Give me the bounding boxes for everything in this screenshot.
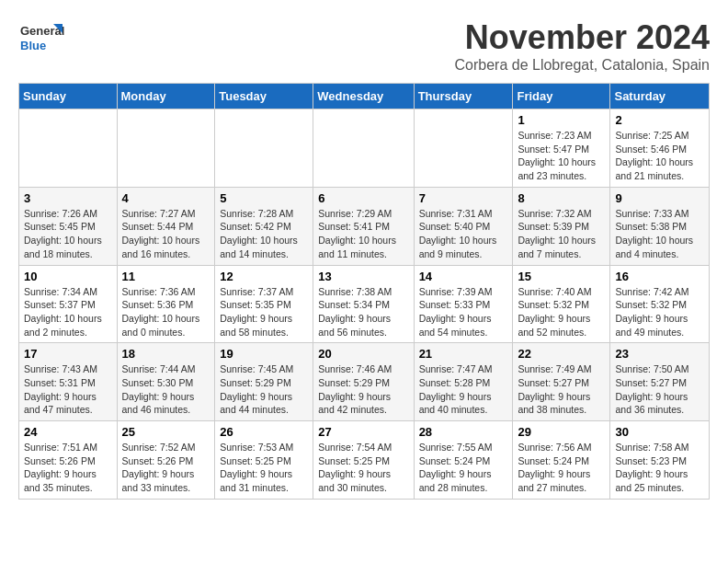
day-cell: 29Sunrise: 7:56 AMSunset: 5:24 PMDayligh… [513, 421, 610, 500]
day-number: 13 [318, 270, 408, 283]
day-cell: 22Sunrise: 7:49 AMSunset: 5:27 PMDayligh… [513, 343, 610, 421]
day-info: Sunrise: 7:33 AMSunset: 5:38 PMDaylight:… [615, 207, 704, 261]
day-info: Sunrise: 7:56 AMSunset: 5:24 PMDaylight:… [518, 441, 605, 495]
day-cell: 4Sunrise: 7:27 AMSunset: 5:44 PMDaylight… [117, 187, 215, 265]
day-number: 3 [24, 191, 112, 205]
day-info: Sunrise: 7:54 AMSunset: 5:25 PMDaylight:… [318, 441, 408, 495]
day-cell: 17Sunrise: 7:43 AMSunset: 5:31 PMDayligh… [19, 343, 118, 421]
day-info: Sunrise: 7:42 AMSunset: 5:32 PMDaylight:… [615, 285, 704, 339]
month-title: November 2024 [454, 18, 710, 57]
day-info: Sunrise: 7:45 AMSunset: 5:29 PMDaylight:… [220, 362, 308, 417]
day-info: Sunrise: 7:36 AMSunset: 5:36 PMDaylight:… [122, 285, 210, 339]
day-cell [414, 109, 513, 188]
day-number: 23 [615, 347, 704, 361]
weekday-header-tuesday: Tuesday [215, 84, 313, 109]
day-info: Sunrise: 7:47 AMSunset: 5:28 PMDaylight:… [419, 362, 508, 417]
day-cell: 25Sunrise: 7:52 AMSunset: 5:26 PMDayligh… [117, 421, 215, 500]
day-info: Sunrise: 7:23 AMSunset: 5:47 PMDaylight:… [518, 129, 605, 183]
logo-svg: General Blue [18, 18, 64, 60]
day-cell: 8Sunrise: 7:32 AMSunset: 5:39 PMDaylight… [513, 187, 610, 265]
week-row-3: 10Sunrise: 7:34 AMSunset: 5:37 PMDayligh… [19, 265, 710, 343]
day-cell: 3Sunrise: 7:26 AMSunset: 5:45 PMDaylight… [19, 187, 118, 265]
day-cell: 18Sunrise: 7:44 AMSunset: 5:30 PMDayligh… [117, 343, 215, 421]
day-number: 8 [518, 191, 605, 205]
day-number: 5 [220, 191, 308, 205]
day-info: Sunrise: 7:26 AMSunset: 5:45 PMDaylight:… [24, 207, 112, 261]
day-number: 15 [518, 270, 605, 283]
day-info: Sunrise: 7:25 AMSunset: 5:46 PMDaylight:… [615, 129, 704, 183]
day-info: Sunrise: 7:29 AMSunset: 5:41 PMDaylight:… [318, 207, 408, 261]
day-number: 4 [122, 191, 210, 205]
day-number: 17 [24, 347, 112, 361]
day-cell: 15Sunrise: 7:40 AMSunset: 5:32 PMDayligh… [513, 265, 610, 343]
day-cell: 9Sunrise: 7:33 AMSunset: 5:38 PMDaylight… [610, 187, 710, 265]
day-cell: 27Sunrise: 7:54 AMSunset: 5:25 PMDayligh… [313, 421, 414, 500]
day-number: 2 [615, 113, 704, 127]
day-info: Sunrise: 7:55 AMSunset: 5:24 PMDaylight:… [419, 441, 508, 495]
day-number: 14 [419, 270, 508, 283]
day-number: 18 [122, 347, 210, 361]
day-cell: 30Sunrise: 7:58 AMSunset: 5:23 PMDayligh… [610, 421, 710, 500]
day-info: Sunrise: 7:43 AMSunset: 5:31 PMDaylight:… [24, 362, 112, 417]
day-number: 11 [122, 270, 210, 283]
day-number: 6 [318, 191, 408, 205]
day-cell: 26Sunrise: 7:53 AMSunset: 5:25 PMDayligh… [215, 421, 313, 500]
day-number: 29 [518, 425, 605, 439]
day-number: 9 [615, 191, 704, 205]
week-row-4: 17Sunrise: 7:43 AMSunset: 5:31 PMDayligh… [19, 343, 710, 421]
weekday-header-friday: Friday [513, 84, 610, 109]
day-number: 30 [615, 425, 704, 439]
logo: General Blue [18, 18, 64, 60]
day-cell: 21Sunrise: 7:47 AMSunset: 5:28 PMDayligh… [414, 343, 513, 421]
day-cell [313, 109, 414, 188]
day-info: Sunrise: 7:28 AMSunset: 5:42 PMDaylight:… [220, 207, 308, 261]
calendar-table: SundayMondayTuesdayWednesdayThursdayFrid… [18, 83, 710, 500]
day-cell: 19Sunrise: 7:45 AMSunset: 5:29 PMDayligh… [215, 343, 313, 421]
day-cell: 24Sunrise: 7:51 AMSunset: 5:26 PMDayligh… [19, 421, 118, 500]
day-cell: 12Sunrise: 7:37 AMSunset: 5:35 PMDayligh… [215, 265, 313, 343]
day-info: Sunrise: 7:49 AMSunset: 5:27 PMDaylight:… [518, 362, 605, 417]
title-section: November 2024 Corbera de Llobregat, Cata… [454, 18, 710, 74]
day-info: Sunrise: 7:37 AMSunset: 5:35 PMDaylight:… [220, 285, 308, 339]
week-row-2: 3Sunrise: 7:26 AMSunset: 5:45 PMDaylight… [19, 187, 710, 265]
svg-text:Blue: Blue [20, 39, 46, 52]
day-cell [117, 109, 215, 188]
day-cell [19, 109, 118, 188]
location-title: Corbera de Llobregat, Catalonia, Spain [454, 57, 710, 74]
weekday-header-saturday: Saturday [610, 84, 710, 109]
day-cell: 1Sunrise: 7:23 AMSunset: 5:47 PMDaylight… [513, 109, 610, 188]
day-cell: 23Sunrise: 7:50 AMSunset: 5:27 PMDayligh… [610, 343, 710, 421]
day-cell: 11Sunrise: 7:36 AMSunset: 5:36 PMDayligh… [117, 265, 215, 343]
day-number: 25 [122, 425, 210, 439]
day-info: Sunrise: 7:40 AMSunset: 5:32 PMDaylight:… [518, 285, 605, 339]
day-number: 10 [24, 270, 112, 283]
weekday-header-thursday: Thursday [414, 84, 513, 109]
day-cell: 28Sunrise: 7:55 AMSunset: 5:24 PMDayligh… [414, 421, 513, 500]
day-info: Sunrise: 7:52 AMSunset: 5:26 PMDaylight:… [122, 441, 210, 495]
day-cell: 14Sunrise: 7:39 AMSunset: 5:33 PMDayligh… [414, 265, 513, 343]
weekday-header-sunday: Sunday [19, 84, 118, 109]
day-cell: 20Sunrise: 7:46 AMSunset: 5:29 PMDayligh… [313, 343, 414, 421]
week-row-1: 1Sunrise: 7:23 AMSunset: 5:47 PMDaylight… [19, 109, 710, 188]
page-header: General Blue November 2024 Corbera de Ll… [18, 18, 710, 74]
day-cell: 10Sunrise: 7:34 AMSunset: 5:37 PMDayligh… [19, 265, 118, 343]
day-info: Sunrise: 7:32 AMSunset: 5:39 PMDaylight:… [518, 207, 605, 261]
day-info: Sunrise: 7:46 AMSunset: 5:29 PMDaylight:… [318, 362, 408, 417]
day-cell: 13Sunrise: 7:38 AMSunset: 5:34 PMDayligh… [313, 265, 414, 343]
day-info: Sunrise: 7:34 AMSunset: 5:37 PMDaylight:… [24, 285, 112, 339]
day-info: Sunrise: 7:44 AMSunset: 5:30 PMDaylight:… [122, 362, 210, 417]
day-number: 16 [615, 270, 704, 283]
day-cell: 5Sunrise: 7:28 AMSunset: 5:42 PMDaylight… [215, 187, 313, 265]
day-number: 24 [24, 425, 112, 439]
day-info: Sunrise: 7:27 AMSunset: 5:44 PMDaylight:… [122, 207, 210, 261]
day-number: 1 [518, 113, 605, 127]
weekday-header-monday: Monday [117, 84, 215, 109]
day-number: 28 [419, 425, 508, 439]
day-info: Sunrise: 7:39 AMSunset: 5:33 PMDaylight:… [419, 285, 508, 339]
day-number: 21 [419, 347, 508, 361]
day-cell: 6Sunrise: 7:29 AMSunset: 5:41 PMDaylight… [313, 187, 414, 265]
day-cell: 7Sunrise: 7:31 AMSunset: 5:40 PMDaylight… [414, 187, 513, 265]
day-info: Sunrise: 7:50 AMSunset: 5:27 PMDaylight:… [615, 362, 704, 417]
day-info: Sunrise: 7:38 AMSunset: 5:34 PMDaylight:… [318, 285, 408, 339]
day-info: Sunrise: 7:51 AMSunset: 5:26 PMDaylight:… [24, 441, 112, 495]
